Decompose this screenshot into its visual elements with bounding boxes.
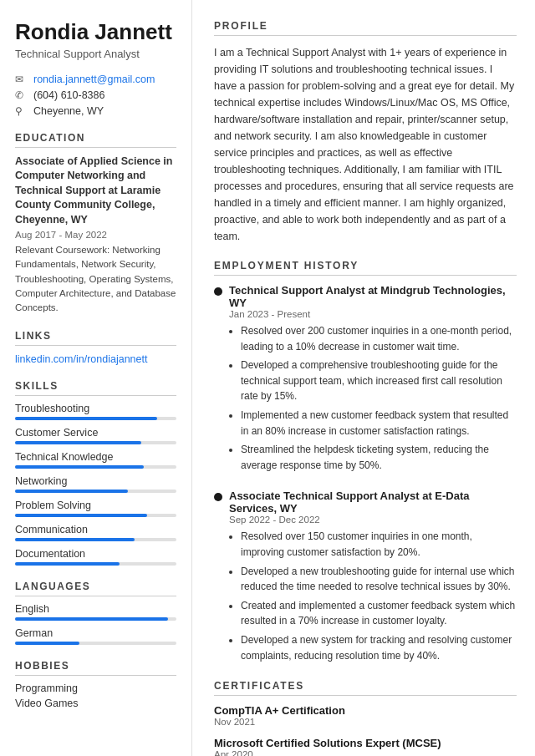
skill-bar-bg	[15, 562, 176, 566]
skill-item: Customer Service	[15, 427, 176, 444]
job-entry: Associate Technical Support Analyst at E…	[214, 490, 517, 663]
hobby-item: Video Games	[15, 698, 176, 709]
skills-list: Troubleshooting Customer Service Technic…	[15, 403, 176, 566]
certificate-item: CompTIA A+ Certification Nov 2021	[214, 704, 517, 727]
job-bullet: Developed a new system for tracking and …	[241, 632, 517, 663]
phone-icon: ✆	[15, 89, 28, 101]
job-title: Associate Technical Support Analyst at E…	[214, 490, 517, 515]
cert-name: CompTIA A+ Certification	[214, 704, 517, 717]
contact-phone: ✆ (604) 610-8386	[15, 89, 176, 101]
skill-bar-bg	[15, 465, 176, 469]
job-title: Technical Support Analyst at Mindgrub Te…	[214, 284, 517, 309]
skill-bar-bg	[15, 538, 176, 541]
skill-name: Documentation	[15, 548, 176, 560]
skill-name: Customer Service	[15, 427, 176, 439]
linkedin-link-item: linkedin.com/in/rondiajannett	[15, 353, 176, 365]
skill-bar-bg	[15, 441, 176, 444]
job-dot	[214, 493, 222, 501]
skill-bar-bg	[15, 514, 176, 517]
courses-text: Networking Fundamentals, Network Securit…	[15, 245, 176, 312]
main-content: PROFILE I am a Technical Support Analyst…	[192, 0, 535, 756]
resume-container: Rondia Jannett Technical Support Analyst…	[0, 0, 535, 756]
job-date: Sep 2022 - Dec 2022	[229, 515, 517, 525]
skill-bar-fill	[15, 514, 147, 517]
email-icon: ✉	[15, 74, 28, 85]
language-bar-fill	[15, 617, 168, 621]
profile-section-title: PROFILE	[214, 20, 517, 36]
job-bullet: Developed a comprehensive troubleshootin…	[241, 358, 517, 404]
language-bar-fill	[15, 642, 79, 645]
contact-location: ⚲ Cheyenne, WY	[15, 105, 176, 117]
skill-bar-bg	[15, 490, 176, 493]
location-icon: ⚲	[15, 105, 28, 117]
language-name: English	[15, 603, 176, 615]
skill-name: Networking	[15, 475, 176, 487]
skill-name: Technical Knowledge	[15, 451, 176, 463]
contact-email: ✉ rondia.jannett@gmail.com	[15, 74, 176, 85]
candidate-title: Technical Support Analyst	[15, 48, 176, 60]
edu-degree: Associate of Applied Science in Computer…	[15, 155, 176, 228]
languages-section-title: LANGUAGES	[15, 581, 176, 596]
languages-list: English German	[15, 603, 176, 645]
links-section-title: LINKS	[15, 330, 176, 346]
certificate-item: Microsoft Certified Solutions Expert (MC…	[214, 737, 517, 756]
employment-section-title: EMPLOYMENT HISTORY	[214, 260, 517, 276]
job-dot	[214, 287, 222, 296]
job-entry: Technical Support Analyst at Mindgrub Te…	[214, 284, 517, 473]
edu-courses: Relevant Coursework: Networking Fundamen…	[15, 243, 176, 315]
job-bullet: Implemented a new customer feedback syst…	[241, 408, 517, 439]
skill-item: Technical Knowledge	[15, 451, 176, 469]
candidate-name: Rondia Jannett	[15, 20, 176, 44]
courses-label: Relevant Coursework:	[15, 245, 110, 255]
job-bullet: Resolved over 200 customer inquiries in …	[241, 323, 517, 354]
skill-item: Documentation	[15, 548, 176, 566]
skill-bar-bg	[15, 417, 176, 420]
skill-item: Communication	[15, 524, 176, 541]
cert-name: Microsoft Certified Solutions Expert (MC…	[214, 737, 517, 749]
education-section-title: EDUCATION	[15, 132, 176, 148]
skill-name: Communication	[15, 524, 176, 535]
skill-bar-fill	[15, 562, 120, 566]
profile-text: I am a Technical Support Analyst with 1+…	[214, 44, 517, 245]
language-bar-bg	[15, 617, 176, 621]
linkedin-link[interactable]: linkedin.com/in/rondiajannett	[15, 353, 147, 365]
cert-date: Apr 2020	[214, 749, 517, 756]
job-bullet: Created and implemented a customer feedb…	[241, 598, 517, 629]
cert-date: Nov 2021	[214, 717, 517, 727]
skill-item: Problem Solving	[15, 500, 176, 517]
certificates-list: CompTIA A+ Certification Nov 2021 Micros…	[214, 704, 517, 756]
language-item: German	[15, 627, 176, 645]
hobby-item: Programming	[15, 682, 176, 694]
email-link[interactable]: rondia.jannett@gmail.com	[33, 74, 155, 85]
hobbies-list: ProgrammingVideo Games	[15, 682, 176, 709]
job-bullet: Streamlined the helpdesk ticketing syste…	[241, 442, 517, 473]
skills-section-title: SKILLS	[15, 380, 176, 396]
skill-name: Problem Solving	[15, 500, 176, 511]
job-bullet: Developed a new troubleshooting guide fo…	[241, 564, 517, 595]
skill-item: Troubleshooting	[15, 403, 176, 420]
skill-bar-fill	[15, 465, 144, 469]
skill-bar-fill	[15, 417, 157, 420]
skill-item: Networking	[15, 475, 176, 493]
skill-bar-fill	[15, 441, 141, 444]
skill-bar-fill	[15, 538, 135, 541]
language-item: English	[15, 603, 176, 621]
edu-date: Aug 2017 - May 2022	[15, 230, 176, 240]
jobs-list: Technical Support Analyst at Mindgrub Te…	[214, 284, 517, 663]
job-date: Jan 2023 - Present	[229, 309, 517, 319]
job-bullets: Resolved over 150 customer inquiries in …	[229, 529, 517, 663]
hobbies-section-title: HOBBIES	[15, 660, 176, 676]
language-bar-bg	[15, 642, 176, 645]
skill-name: Troubleshooting	[15, 403, 176, 414]
job-bullet: Resolved over 150 customer inquiries in …	[241, 529, 517, 560]
job-bullets: Resolved over 200 customer inquiries in …	[229, 323, 517, 473]
sidebar: Rondia Jannett Technical Support Analyst…	[0, 0, 192, 756]
certificates-section-title: CERTIFICATES	[214, 680, 517, 696]
skill-bar-fill	[15, 490, 128, 493]
language-name: German	[15, 627, 176, 639]
